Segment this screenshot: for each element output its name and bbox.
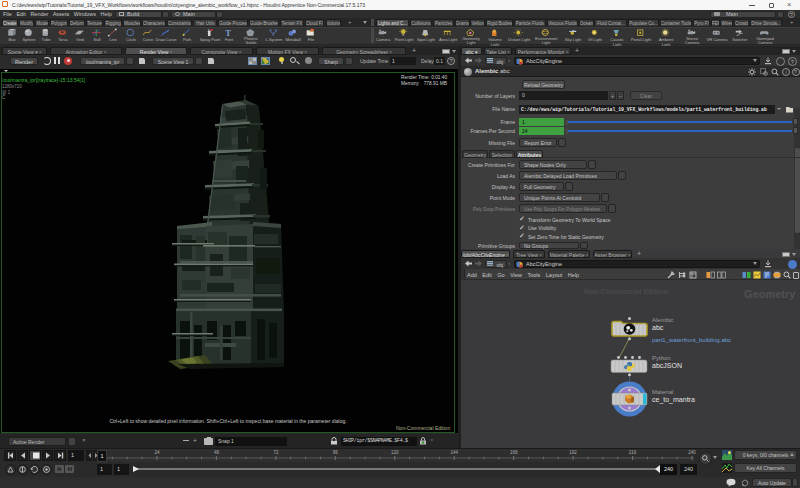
svg-text:216: 216 bbox=[629, 450, 637, 455]
svg-text:240: 240 bbox=[688, 450, 696, 455]
svg-text:24: 24 bbox=[154, 450, 160, 455]
svg-text:120: 120 bbox=[391, 450, 399, 455]
svg-text:T: T bbox=[225, 28, 231, 37]
svg-text:72: 72 bbox=[273, 450, 279, 455]
svg-text:96: 96 bbox=[333, 450, 339, 455]
svg-text:192: 192 bbox=[569, 450, 577, 455]
svg-text:168: 168 bbox=[510, 450, 518, 455]
svg-text:48: 48 bbox=[214, 450, 220, 455]
svg-text:144: 144 bbox=[450, 450, 458, 455]
